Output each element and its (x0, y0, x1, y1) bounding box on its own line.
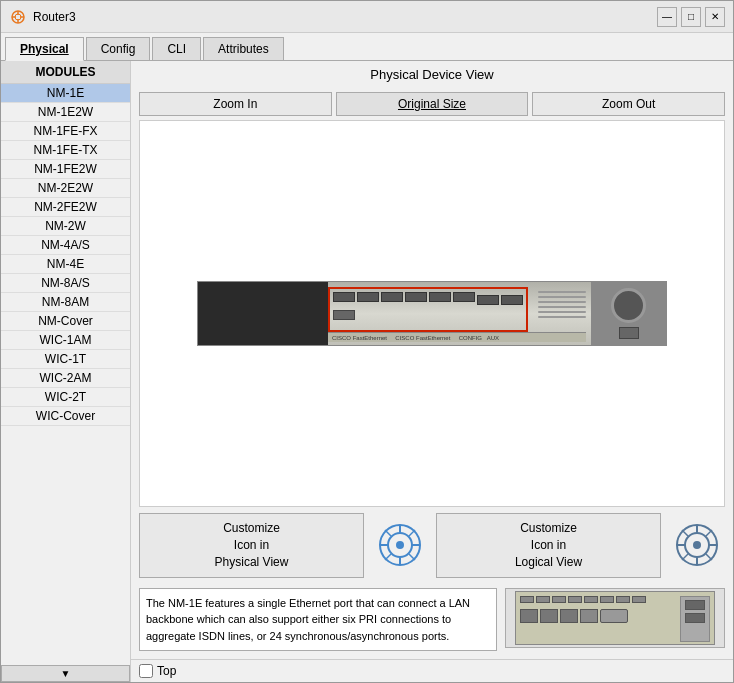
top-checkbox-label: Top (157, 664, 176, 678)
sidebar-item-nm8am[interactable]: NM-8AM (1, 293, 130, 312)
svg-line-24 (682, 530, 688, 536)
sidebar-item-wic2t[interactable]: WIC-2T (1, 388, 130, 407)
window-controls: — □ ✕ (657, 7, 725, 27)
svg-line-13 (385, 530, 391, 536)
sidebar-item-nm1fetx[interactable]: NM-1FE-TX (1, 141, 130, 160)
svg-line-25 (706, 554, 712, 560)
sidebar-item-nm1e2w[interactable]: NM-1E2W (1, 103, 130, 122)
svg-line-16 (385, 554, 391, 560)
logical-icon-placeholder (669, 517, 725, 573)
svg-line-14 (409, 554, 415, 560)
sidebar-item-nm1fefx[interactable]: NM-1FE-FX (1, 122, 130, 141)
svg-line-26 (706, 530, 712, 536)
top-checkbox-wrap: Top (139, 664, 176, 678)
original-size-button[interactable]: Original Size (336, 92, 529, 116)
svg-line-15 (409, 530, 415, 536)
sidebar-item-wic1am[interactable]: WIC-1AM (1, 331, 130, 350)
window-title: Router3 (33, 10, 657, 24)
tab-bar: Physical Config CLI Attributes (1, 33, 733, 61)
physical-icon-placeholder (372, 517, 428, 573)
sidebar-item-nm4as[interactable]: NM-4A/S (1, 236, 130, 255)
sidebar-item-nmcover[interactable]: NM-Cover (1, 312, 130, 331)
sidebar-header: MODULES (1, 61, 130, 84)
customize-physical-button[interactable]: CustomizeIcon inPhysical View (139, 513, 364, 577)
maximize-button[interactable]: □ (681, 7, 701, 27)
module-image (505, 588, 725, 648)
bottom-bar: Top (131, 659, 733, 682)
top-checkbox[interactable] (139, 664, 153, 678)
logical-router-icon (670, 518, 724, 572)
svg-point-8 (396, 541, 404, 549)
sidebar-item-wic2am[interactable]: WIC-2AM (1, 369, 130, 388)
sidebar-scroll-down[interactable]: ▼ (1, 665, 130, 682)
sidebar-item-wiccover[interactable]: WIC-Cover (1, 407, 130, 426)
device-display: CISCO FastEthernet CISCO FastEthernet CO… (139, 120, 725, 507)
title-bar: Router3 — □ ✕ (1, 1, 733, 33)
tab-cli[interactable]: CLI (152, 37, 201, 60)
module-description: The NM-1E features a single Ethernet por… (139, 588, 497, 652)
tab-config[interactable]: Config (86, 37, 151, 60)
info-section: The NM-1E features a single Ethernet por… (131, 584, 733, 660)
customize-logical-button[interactable]: CustomizeIcon inLogical View (436, 513, 661, 577)
sidebar-list[interactable]: NM-1E NM-1E2W NM-1FE-FX NM-1FE-TX NM-1FE… (1, 84, 130, 665)
sidebar-item-nm2w[interactable]: NM-2W (1, 217, 130, 236)
svg-line-27 (682, 554, 688, 560)
zoom-out-button[interactable]: Zoom Out (532, 92, 725, 116)
tab-physical[interactable]: Physical (5, 37, 84, 61)
right-panel: Physical Device View Zoom In Original Si… (131, 61, 733, 682)
minimize-button[interactable]: — (657, 7, 677, 27)
sidebar-item-nm1fe2w[interactable]: NM-1FE2W (1, 160, 130, 179)
sidebar-item-nm8as[interactable]: NM-8A/S (1, 274, 130, 293)
sidebar: MODULES NM-1E NM-1E2W NM-1FE-FX NM-1FE-T… (1, 61, 131, 682)
close-button[interactable]: ✕ (705, 7, 725, 27)
sidebar-item-nm1e[interactable]: NM-1E (1, 84, 130, 103)
tab-attributes[interactable]: Attributes (203, 37, 284, 60)
zoom-bar: Zoom In Original Size Zoom Out (131, 88, 733, 120)
device-view-title: Physical Device View (131, 61, 733, 88)
window-icon (9, 8, 27, 26)
main-window: Router3 — □ ✕ Physical Config CLI Attrib… (0, 0, 734, 683)
main-content: MODULES NM-1E NM-1E2W NM-1FE-FX NM-1FE-T… (1, 61, 733, 682)
physical-router-icon (373, 518, 427, 572)
sidebar-item-nm2fe2w[interactable]: NM-2FE2W (1, 198, 130, 217)
bottom-buttons: CustomizeIcon inPhysical View (131, 507, 733, 583)
sidebar-item-nm2e2w[interactable]: NM-2E2W (1, 179, 130, 198)
sidebar-item-wic1t[interactable]: WIC-1T (1, 350, 130, 369)
svg-point-19 (693, 541, 701, 549)
sidebar-item-nm4e[interactable]: NM-4E (1, 255, 130, 274)
zoom-in-button[interactable]: Zoom In (139, 92, 332, 116)
